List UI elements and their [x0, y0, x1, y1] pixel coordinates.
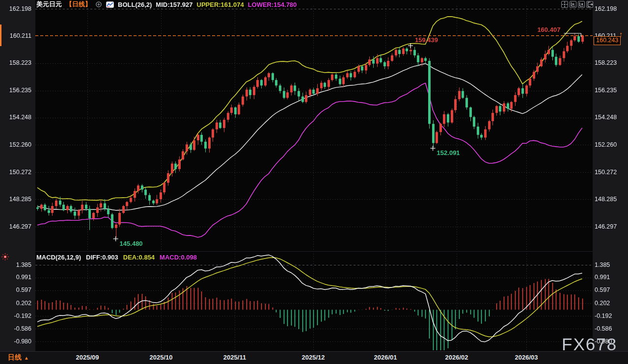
price-up-arrow-icon: ↑: [619, 30, 623, 38]
live-dot-icon[interactable]: [1, 253, 9, 263]
x-axis-label: 2025/12: [291, 354, 335, 361]
swing-high-label: 160.407: [537, 26, 560, 33]
price-axis-label: 162.198: [0, 5, 31, 13]
circle-plus-icon[interactable]: [95, 1, 102, 8]
swing-low-label: 152.091: [437, 149, 460, 156]
last-price-badge: 160.243: [594, 36, 621, 45]
price-axis-label: 162.198: [595, 5, 626, 13]
macd-axis-label: 0.202: [0, 300, 31, 307]
x-axis-label: 2025/10: [139, 354, 183, 361]
macd-axis-label: 1.385: [595, 261, 626, 269]
macd-axis-label: -0.980: [0, 338, 31, 345]
macd-axis-label: -0.192: [0, 312, 31, 320]
crosshair-tool-icon[interactable]: [561, 1, 568, 8]
chart-canvas[interactable]: [0, 0, 628, 364]
chart-style-icon[interactable]: [106, 1, 114, 8]
macd-header: MACD(26,12,9) DIFF:0.903 DEA:0.854 MACD:…: [36, 253, 197, 261]
chart-toolbar: [561, 1, 593, 8]
compress-x-icon[interactable]: [570, 1, 576, 8]
x-axis-label: 2026/03: [504, 354, 548, 361]
chart-window: 美元日元 【日线】 BOLL(26,2) MID:157.927 UPPER:1…: [0, 0, 628, 364]
swing-low-label: 145.480: [120, 240, 143, 247]
price-axis-label: 146.297: [595, 223, 626, 231]
price-axis-label: 148.285: [0, 196, 31, 203]
macd-axis-label: 0.597: [0, 286, 31, 294]
x-axis-label: 2025/11: [213, 354, 257, 361]
left-edge-marker: [0, 25, 1, 46]
watermark: FX678: [562, 335, 617, 354]
x-axis-label: 2026/02: [435, 354, 479, 361]
x-axis-label: 2026/01: [363, 354, 408, 361]
boll-mid-value: MID:157.927: [156, 1, 192, 8]
price-axis-label: 158.223: [0, 59, 31, 67]
price-axis-label: 150.272: [595, 169, 626, 176]
boll-upper-value: UPPER:161.074: [197, 1, 244, 8]
price-axis-label: 146.297: [0, 223, 31, 231]
period-selector[interactable]: 日线 ▲: [8, 353, 29, 362]
macd-axis-label: -0.192: [595, 312, 626, 320]
macd-axis-label: 0.597: [595, 286, 626, 294]
x-axis-label: 2025/09: [65, 354, 109, 361]
pan-right-icon[interactable]: [586, 1, 593, 8]
macd-axis-label: 0.202: [595, 300, 626, 307]
macd-axis-label: 0.991: [0, 274, 31, 281]
macd-axis-label: -0.586: [0, 325, 31, 333]
period-arrow-icon: ▲: [24, 355, 29, 361]
period-tag[interactable]: 【日线】: [66, 0, 91, 9]
price-axis-label: 156.235: [595, 87, 626, 94]
price-axis-label: 150.272: [0, 169, 31, 176]
price-axis-label: 158.223: [595, 59, 626, 67]
macd-diff-value: DIFF:0.903: [86, 254, 118, 261]
price-axis-label: 154.248: [595, 114, 626, 121]
swing-high-label: 159.439: [415, 36, 438, 44]
macd-dea-value: DEA:0.854: [123, 254, 155, 261]
boll-lower-value: LOWER:154.780: [248, 1, 297, 8]
price-axis-label: 148.285: [595, 196, 626, 203]
symbol-title: 美元日元: [36, 0, 62, 9]
boll-label: BOLL(26,2): [118, 1, 152, 8]
macd-axis-label: 0.991: [595, 274, 626, 281]
price-axis-label: 160.211: [0, 32, 31, 40]
price-axis-label: 152.260: [0, 141, 31, 149]
macd-title: MACD(26,12,9): [36, 254, 81, 261]
price-axis-label: 156.235: [0, 87, 31, 94]
expand-x-icon[interactable]: [578, 1, 585, 8]
macd-hist-value: MACD:0.098: [160, 254, 197, 261]
chart-header: 美元日元 【日线】 BOLL(26,2) MID:157.927 UPPER:1…: [36, 0, 297, 8]
price-axis-label: 152.260: [595, 141, 626, 149]
price-axis-label: 154.248: [0, 114, 31, 121]
macd-axis-label: -0.586: [595, 325, 626, 333]
period-label: 日线: [8, 353, 22, 362]
